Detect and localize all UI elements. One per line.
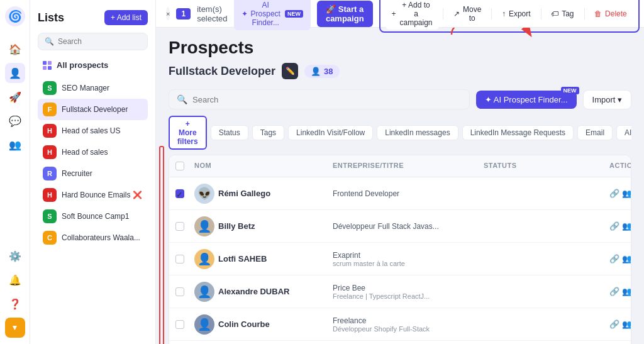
filter-tab-linkedin-messages[interactable]: LinkedIn messages: [377, 125, 458, 140]
move-to-button[interactable]: ↗ Move to: [447, 3, 487, 25]
ai-icon: ✦: [242, 9, 248, 18]
lists-search-input[interactable]: [58, 37, 141, 46]
link-icon[interactable]: 🔗: [609, 287, 619, 296]
row-actions-cell: 🔗 👥 📅 @ ↩ 🔔 👁 ✉ ➤: [603, 283, 631, 300]
list-item[interactable]: H Head of sales US: [38, 120, 148, 141]
list-item-label: SEO Manager: [62, 84, 109, 92]
table-row: 👤 Alexandre DUBAR Price BeeFreelance | T…: [169, 275, 631, 308]
group-icon[interactable]: 👥: [622, 189, 631, 198]
filter-tab-ai-finder[interactable]: AI Prospect Finder: [616, 125, 631, 140]
nav-logo[interactable]: 🌀: [5, 6, 25, 26]
nav-campaigns-icon[interactable]: 🚀: [5, 87, 25, 107]
row-checkbox[interactable]: [175, 287, 184, 296]
filter-tab-email[interactable]: Email: [577, 125, 613, 140]
main-search-box[interactable]: 🔍: [169, 89, 470, 109]
delete-button[interactable]: 🗑 Delete: [588, 7, 633, 21]
th-actions: ACTIONS SUR WAALAXY: [603, 159, 631, 173]
nav-help-icon[interactable]: ❓: [5, 294, 25, 314]
arrow-annotation: [156, 28, 596, 38]
row-status-cell: [477, 190, 603, 197]
selection-indicator: [159, 146, 164, 344]
list-item[interactable]: S Soft Bounce Camp1: [38, 206, 148, 227]
nav-messages-icon[interactable]: 💬: [5, 111, 25, 131]
action-icons-group: 🔗 👥 📅 @ ↩ 🔔 👁 ✉ ➤: [609, 221, 631, 231]
ai-prospect-finder-topbar-button[interactable]: ✦ AI Prospect Finder... NEW: [234, 0, 311, 30]
new-badge: NEW: [285, 10, 303, 18]
lists-search-box[interactable]: 🔍: [38, 33, 148, 50]
main-search-input[interactable]: [192, 95, 462, 104]
row-name-cell: 👤 Billy Betz: [188, 213, 326, 240]
group-icon[interactable]: 👥: [622, 254, 631, 264]
filter-tab-linkedin-visit[interactable]: LinkedIn Visit/Follow: [288, 125, 373, 140]
row-checkbox[interactable]: [175, 222, 184, 231]
list-item[interactable]: H Head of sales: [38, 141, 148, 163]
row-name-cell: 👤 Lotfi SAHEB: [188, 245, 326, 273]
import-button[interactable]: Import ▾: [583, 90, 631, 109]
lists-title: Lists: [38, 11, 64, 25]
company-text: Frontend Developer: [333, 189, 399, 198]
list-item[interactable]: S SEO Manager: [38, 77, 148, 99]
filter-tab-linkedin-requests[interactable]: LinkedIn Message Requests: [462, 125, 574, 140]
row-checkbox-cell: [169, 251, 188, 267]
link-icon[interactable]: 🔗: [609, 189, 619, 198]
close-selection-button[interactable]: ×: [166, 7, 170, 21]
prospect-name: Colin Courbe: [218, 319, 270, 329]
edit-list-name-button[interactable]: ✏️: [282, 63, 298, 79]
row-checkbox-cell: [169, 218, 188, 235]
action-icons-group: 🔗 👥 📅 @ ↩ 🔔 👁 ✉ ➤: [609, 254, 631, 264]
trash-icon: 🗑: [594, 9, 602, 18]
ai-prospect-finder-main-button[interactable]: ✦ AI Prospect Finder... NEW: [476, 91, 577, 109]
row-name-cell: 👤 Alexandre DUBAR: [188, 278, 326, 306]
link-icon[interactable]: 🔗: [609, 319, 619, 329]
lists-panel: Lists + Add list 🔍 All prospects S SEO M…: [30, 0, 156, 344]
lists-header: Lists + Add list: [38, 10, 148, 25]
filter-tab-tags[interactable]: Tags: [252, 125, 284, 140]
table-row: 👤 Lotfi SAHEB Exaprintscrum master à la …: [169, 243, 631, 275]
row-company-cell: FreelanceDéveloppeur Shopify Full-Stack: [326, 313, 477, 336]
list-item[interactable]: C Collaborateurs Waala...: [38, 227, 148, 248]
page-title: Prospects: [169, 38, 631, 58]
list-name-heading: Fullstack Developer: [169, 65, 275, 78]
export-button[interactable]: ↑ Export: [496, 7, 537, 21]
row-checkbox[interactable]: [175, 320, 184, 329]
nav-collapse-icon[interactable]: ▼: [5, 318, 25, 338]
row-checkbox[interactable]: [175, 255, 184, 264]
table-row: 👤 Marhold Mônier 🌟 Ingénieur Full Stack …: [169, 341, 631, 344]
row-checkbox[interactable]: ✓: [175, 189, 184, 198]
top-bar: × 1 item(s) selected ✦ AI Prospect Finde…: [156, 0, 644, 28]
company-text: Exaprint: [333, 251, 405, 260]
link-icon[interactable]: 🔗: [609, 254, 619, 264]
row-actions-cell: 🔗 👥 📅 @ ↩ 🔔 👁 ✉ ➤: [603, 316, 631, 333]
selected-count-badge: 1: [176, 8, 191, 19]
filter-tab-status[interactable]: Status: [211, 125, 248, 140]
link-icon[interactable]: 🔗: [609, 221, 619, 231]
row-company-cell: Développeur Full Stack Javas...: [326, 218, 477, 235]
nav-home-icon[interactable]: 🏠: [5, 39, 25, 59]
th-statuts: STATUTS: [477, 159, 603, 173]
all-prospects-label: All prospects: [57, 60, 108, 70]
nav-contacts-icon[interactable]: 👤: [5, 63, 25, 83]
divider: [584, 8, 585, 19]
nav-settings-icon[interactable]: ⚙️: [5, 246, 25, 266]
select-all-checkbox[interactable]: [175, 162, 184, 170]
list-item[interactable]: R Recruiter: [38, 163, 148, 184]
add-list-button[interactable]: + Add list: [104, 10, 148, 25]
list-item[interactable]: H Hard Bounce Emails ❌: [38, 184, 148, 206]
group-icon[interactable]: 👥: [622, 221, 631, 231]
group-icon[interactable]: 👥: [622, 319, 631, 329]
company-sub: Freelance | Typescript ReactJ...: [333, 292, 430, 300]
start-campaign-button[interactable]: 🚀 Start a campaign: [317, 1, 373, 27]
list-item[interactable]: F Fullstack Developer: [38, 99, 148, 120]
nav-network-icon[interactable]: 👥: [5, 135, 25, 155]
add-to-campaign-button[interactable]: + + Add to a campaign: [386, 0, 440, 30]
row-company-cell: Frontend Developer: [326, 186, 477, 202]
prospect-name: Rémi Gallego: [218, 189, 270, 198]
group-icon[interactable]: 👥: [622, 287, 631, 296]
tag-button[interactable]: 🏷 Tag: [545, 7, 580, 21]
nav-notifications-icon[interactable]: 🔔: [5, 270, 25, 290]
tag-icon: 🏷: [551, 9, 558, 18]
avatar: 👤: [194, 314, 214, 335]
row-actions-cell: 🔗 👥 📅 @ ↩ 🔔 👁 ✉ ➤: [603, 185, 631, 202]
all-prospects-item[interactable]: All prospects: [38, 57, 148, 74]
more-filters-button[interactable]: + More filters: [169, 116, 207, 150]
